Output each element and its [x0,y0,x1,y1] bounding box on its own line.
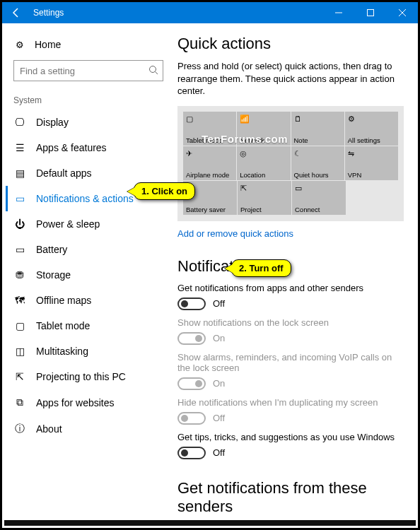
qa-tile-location[interactable]: ◎Location [237,146,290,180]
svg-point-4 [150,66,156,72]
quick-actions-heading: Quick actions [177,35,402,53]
quick-actions-desc: Press and hold (or select) quick actions… [177,60,402,98]
tablet-icon: ▢ [13,320,26,331]
power-icon: ⏻ [13,218,26,230]
sidebar-item-label: Notifications & actions [36,193,134,204]
setting-label: Hide notifications when I'm duplicating … [177,397,402,408]
vpn-icon: ⇋ [348,149,395,158]
gear-icon: ⚙ [13,40,26,50]
project-icon: ⇱ [240,184,288,193]
annotation-turn-off: 2. Turn off [231,259,291,277]
maximize-button[interactable] [354,2,386,23]
home-button[interactable]: ⚙ Home [8,33,177,60]
sidebar-item-offline-maps[interactable]: 🗺 Offline maps [6,288,177,313]
sidebar-item-display[interactable]: 🖵 Display [6,110,177,135]
gear-icon: ⚙ [348,114,395,124]
maximize-icon [367,9,374,16]
sidebar-item-label: Multitasking [36,346,88,357]
sidebar-item-label: Tablet mode [36,320,90,331]
home-label: Home [35,39,61,50]
airplane-icon: ✈ [186,149,233,158]
sidebar-item-tablet-mode[interactable]: ▢ Tablet mode [6,313,177,338]
sidebar-item-apps-websites[interactable]: ⧉ Apps for websites [6,389,177,416]
note-icon: 🗒 [294,114,342,123]
qa-tile-network[interactable]: 📶Network [237,112,290,146]
drive-icon: ⛃ [13,269,26,281]
moon-icon: ☾ [294,149,342,158]
tablet-icon: ▢ [186,114,233,124]
link-icon: ⧉ [13,396,26,408]
info-icon: ⓘ [13,423,26,435]
sidebar-item-label: Projecting to this PC [36,371,126,382]
senders-heading: Get notifications from these senders [177,479,402,516]
sidebar-item-label: Power & sleep [36,218,100,230]
qa-tile-tablet-mode[interactable]: ▢Tablet mode [183,112,236,146]
sidebar-item-battery[interactable]: ▭ Battery [6,237,177,262]
battery-icon: ▭ [13,244,26,255]
grid-icon: ▤ [13,167,26,179]
annotation-click-on: 1. Click on [134,182,195,200]
taskbar [4,520,416,526]
close-icon [399,9,406,16]
add-remove-quick-actions-link[interactable]: Add or remove quick actions [177,228,293,239]
sidebar: ⚙ Home System 🖵 Display ☰ Apps & feature… [2,23,177,522]
sidebar-item-label: Apps for websites [36,397,115,408]
sidebar-item-label: Apps & features [36,142,107,153]
setting-label: Get tips, tricks, and suggestions as you… [177,432,402,442]
qa-tile-airplane-mode[interactable]: ✈Airplane mode [183,146,236,180]
list-icon: ☰ [13,142,26,153]
sidebar-group-label: System [8,88,177,110]
setting-label: Get notifications from apps and other se… [177,283,402,293]
message-icon: ▭ [13,193,26,204]
qa-tile-all-settings[interactable]: ⚙All settings [345,112,398,146]
search-input[interactable] [20,66,148,76]
toggle-state: On [213,378,225,389]
main-panel: Quick actions Press and hold (or select)… [177,23,418,522]
close-button[interactable] [386,2,418,23]
quick-actions-grid: ▢Tablet mode 📶Network 🗒Note ⚙All setting… [177,106,404,221]
sidebar-item-apps-features[interactable]: ☰ Apps & features [6,135,177,160]
sidebar-item-multitasking[interactable]: ◫ Multitasking [6,338,177,364]
toggle-state: Off [213,298,225,309]
window-buttons [322,2,418,23]
sidebar-item-label: Default apps [36,167,92,179]
search-box[interactable] [13,60,163,81]
toggle-state: Off [213,413,225,423]
minimize-icon [335,9,342,16]
qa-tile-quiet-hours[interactable]: ☾Quiet hours [291,146,344,180]
sidebar-item-label: Offline maps [36,295,91,306]
sidebar-item-label: Display [36,117,69,128]
connect-icon: ▭ [295,184,343,193]
sidebar-item-label: About [36,423,62,435]
qa-tile-connect[interactable]: ▭Connect [292,181,346,215]
toggle-lock-screen-notifs [177,332,206,345]
sidebar-item-label: Storage [36,269,71,281]
qa-tile-note[interactable]: 🗒Note [291,112,344,146]
location-icon: ◎ [240,149,287,158]
toggle-hide-duplicating [177,412,206,425]
sidebar-item-label: Battery [36,244,67,255]
multitask-icon: ◫ [13,346,26,357]
sidebar-item-storage[interactable]: ⛃ Storage [6,262,177,288]
wifi-icon: 📶 [240,114,287,124]
qa-tile-vpn[interactable]: ⇋VPN [345,146,398,180]
monitor-icon: 🖵 [13,117,26,128]
sidebar-item-power-sleep[interactable]: ⏻ Power & sleep [6,211,177,237]
sidebar-item-about[interactable]: ⓘ About [6,416,177,442]
qa-tile-project[interactable]: ⇱Project [238,181,291,215]
toggle-get-notifications[interactable] [177,298,206,310]
back-button[interactable] [2,2,30,23]
window-title: Settings [30,8,322,18]
sidebar-item-projecting[interactable]: ⇱ Projecting to this PC [6,364,177,389]
toggle-state: On [213,333,225,343]
project-icon: ⇱ [13,371,26,382]
toggle-alarms-lock-screen [177,377,206,390]
toggle-tips-tricks[interactable] [177,447,206,459]
setting-label: Show alarms, reminders, and incoming VoI… [177,352,402,373]
map-icon: 🗺 [13,295,26,306]
toggle-state: Off [213,447,225,458]
setting-label: Show notifications on the lock screen [177,317,402,328]
minimize-button[interactable] [322,2,354,23]
titlebar: Settings [2,2,418,23]
search-icon [148,65,158,77]
